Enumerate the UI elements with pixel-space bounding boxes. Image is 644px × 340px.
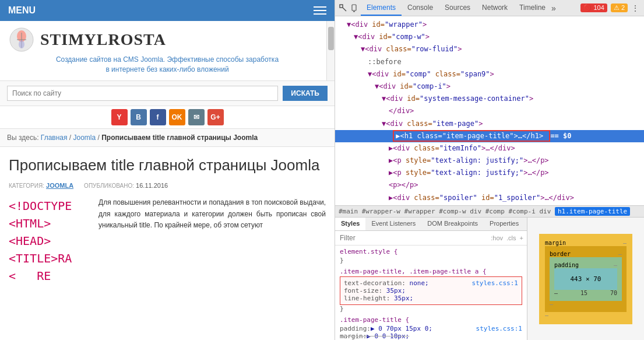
dom-line[interactable]: ▼<div id="wrapper"> bbox=[335, 19, 644, 31]
box-content-size: 443 × 70 bbox=[554, 268, 617, 290]
bc-item[interactable]: div bbox=[470, 208, 481, 215]
inspect-icon[interactable] bbox=[337, 2, 349, 14]
article-title: Прописываем title главной страницы Jooml… bbox=[9, 156, 326, 176]
styles-content: element.style { } .item-page-title, .ite… bbox=[335, 246, 527, 340]
svg-rect-5 bbox=[340, 5, 343, 8]
styles-filter-input[interactable] bbox=[339, 233, 488, 243]
dom-tree[interactable]: ▼<div id="wrapper"> ▼<div id="comp-w"> ▼… bbox=[335, 16, 644, 206]
breadcrumb-prefix: Вы здесь: bbox=[7, 134, 38, 142]
box-model: margin – border – padding – 443 × bbox=[527, 218, 644, 340]
error-badge: 🚫 104 bbox=[580, 3, 607, 12]
cls-button[interactable]: .cls bbox=[506, 234, 516, 241]
dom-line[interactable]: ▶<div class="itemInfo">…</div> bbox=[335, 142, 644, 155]
scroll-indicator bbox=[326, 21, 335, 80]
dom-line[interactable]: </div> bbox=[335, 105, 644, 117]
dom-line[interactable]: ▶<p style="text-align: justify;">…</p> bbox=[335, 167, 644, 179]
dom-line[interactable]: ▶<div class="spoiler" id="1_spoiler">…</… bbox=[335, 192, 644, 204]
border-top: – bbox=[618, 251, 622, 257]
padding-top: – bbox=[614, 262, 617, 268]
scroll-thumb[interactable] bbox=[328, 27, 334, 50]
search-input[interactable] bbox=[7, 86, 278, 101]
bc-item[interactable]: #wrapper-w bbox=[362, 208, 400, 215]
dom-line[interactable]: ::before bbox=[335, 56, 644, 68]
hov-button[interactable]: :hov bbox=[491, 234, 503, 241]
social-facebook[interactable]: f bbox=[150, 109, 166, 125]
site-logo-text: STIMYLROSTA bbox=[40, 30, 166, 49]
dom-line[interactable]: ▼<div id="comp" class="span9"> bbox=[335, 68, 644, 80]
bc-item[interactable]: #wrapper bbox=[404, 208, 435, 215]
bc-item[interactable]: #comp bbox=[485, 208, 505, 215]
bc-item[interactable]: #comp-w bbox=[439, 208, 466, 215]
devtools-panel: Elements Console Sources Network Timelin… bbox=[335, 0, 644, 340]
svg-rect-7 bbox=[352, 5, 356, 10]
tab-network[interactable]: Network bbox=[476, 0, 513, 16]
breadcrumb-cat[interactable]: Joomla bbox=[73, 134, 96, 142]
tab-timeline[interactable]: Timeline bbox=[513, 0, 551, 16]
dom-line[interactable]: ▼<div id="system-message-container"> bbox=[335, 93, 644, 105]
tab-elements[interactable]: Elements bbox=[361, 0, 402, 16]
padding-right: 70 bbox=[610, 290, 617, 296]
dom-line[interactable]: ▶<p style="text-align: justify;">…</p> bbox=[335, 155, 644, 167]
tab-sources[interactable]: Sources bbox=[439, 0, 476, 16]
bottom-panel: Styles Event Listeners DOM Breakpoints P… bbox=[335, 218, 644, 340]
dom-breadcrumb: #main #wrapper-w #wrapper #comp-w div #c… bbox=[335, 206, 644, 218]
warning-badge: ⚠ 2 bbox=[611, 3, 628, 12]
category-label: КАТЕГОРИЯ: bbox=[9, 183, 44, 189]
padding-bottom: 15 bbox=[580, 290, 587, 296]
style-rule-element: element.style { } bbox=[340, 248, 522, 264]
border-bottom: – bbox=[550, 301, 553, 307]
margin-bottom: – bbox=[545, 312, 548, 318]
article-meta: КАТЕГОРИЯ: JOOMLA ОПУБЛИКОВАНО: 16.11.20… bbox=[9, 182, 326, 189]
code-block: <!DOCTYPE <HTML> <HEAD> <TITLE>RA < RE bbox=[9, 197, 90, 285]
search-button[interactable]: ИСКАТЬ bbox=[283, 86, 328, 101]
svg-line-6 bbox=[343, 8, 346, 11]
date-label: ОПУБЛИКОВАНО: bbox=[84, 183, 134, 189]
social-mail[interactable]: ✉ bbox=[188, 109, 205, 125]
social-bar: Y В f OK ✉ G+ bbox=[0, 106, 335, 129]
error-badges: 🚫 104 ⚠ 2 bbox=[580, 3, 628, 12]
social-vk[interactable]: В bbox=[131, 109, 147, 125]
left-panel: MENU STIMYLROSTA Создание сайтов на CMS … bbox=[0, 0, 335, 340]
dom-line[interactable]: ▼<div id="comp-w"> bbox=[335, 31, 644, 43]
svg-rect-8 bbox=[353, 11, 355, 12]
social-youtube[interactable]: Y bbox=[111, 109, 128, 125]
search-bar: ИСКАТЬ bbox=[0, 81, 335, 106]
breadcrumb-home[interactable]: Главная bbox=[41, 134, 68, 142]
hamburger-icon[interactable] bbox=[314, 6, 326, 15]
dom-line[interactable]: ▼<div class="item-page"> bbox=[335, 118, 644, 130]
social-gplus[interactable]: G+ bbox=[207, 109, 224, 125]
social-ok[interactable]: OK bbox=[169, 109, 185, 125]
site-header: STIMYLROSTA Создание сайтов на CMS Jooml… bbox=[0, 21, 335, 81]
site-tagline: Создание сайтов на CMS Joomla. Эффективн… bbox=[9, 55, 326, 75]
more-tabs-icon[interactable]: » bbox=[551, 3, 556, 13]
add-style-button[interactable]: + bbox=[520, 234, 523, 241]
tab-console[interactable]: Console bbox=[402, 0, 439, 16]
tab-event-listeners[interactable]: Event Listeners bbox=[365, 218, 421, 230]
style-source-link-2[interactable]: styles.css:1 bbox=[476, 325, 522, 332]
bc-item[interactable]: #comp-i bbox=[508, 208, 535, 215]
styles-panel: Styles Event Listeners DOM Breakpoints P… bbox=[335, 218, 527, 340]
breadcrumb: Вы здесь: Главная / Joomla / Прописываем… bbox=[0, 129, 335, 147]
styles-filter-bar: :hov .cls + bbox=[335, 231, 527, 246]
bc-item[interactable]: div bbox=[539, 208, 551, 215]
dom-line-selected[interactable]: ▶<h1 class="item-page-title">…</h1> == $… bbox=[335, 130, 644, 142]
article-text: Для повышения релевантности и попадания … bbox=[98, 197, 326, 285]
devtools-menu-icon[interactable]: ⋮ bbox=[631, 3, 639, 13]
dom-line[interactable]: <p></p> bbox=[335, 179, 644, 191]
box-border: border – padding – 443 × 70 – 1 bbox=[545, 246, 627, 312]
device-icon[interactable] bbox=[349, 2, 361, 14]
style-source-link[interactable]: styles.css:1 bbox=[472, 279, 518, 287]
category-link[interactable]: JOOMLA bbox=[46, 182, 73, 189]
tab-dom-breakpoints[interactable]: DOM Breakpoints bbox=[421, 218, 484, 230]
article-area: Прописываем title главной страницы Jooml… bbox=[0, 147, 335, 340]
tab-properties[interactable]: Properties bbox=[484, 218, 525, 230]
dom-line[interactable]: ▼<div class="row-fluid"> bbox=[335, 43, 644, 55]
tab-styles[interactable]: Styles bbox=[335, 218, 365, 230]
style-rule-item-page-title: .item-page-title, .item-page-title a { s… bbox=[340, 268, 522, 313]
article-body: <!DOCTYPE <HTML> <HEAD> <TITLE>RA < RE Д… bbox=[9, 197, 326, 285]
bc-item[interactable]: #main bbox=[339, 208, 358, 215]
bc-active-item[interactable]: h1.item-page-title bbox=[555, 207, 630, 216]
dom-line[interactable]: ▼<div id="comp-i"> bbox=[335, 80, 644, 93]
devtools-tab-bar: Elements Console Sources Network Timelin… bbox=[335, 0, 644, 16]
panel-tab-bar: Styles Event Listeners DOM Breakpoints P… bbox=[335, 218, 527, 231]
